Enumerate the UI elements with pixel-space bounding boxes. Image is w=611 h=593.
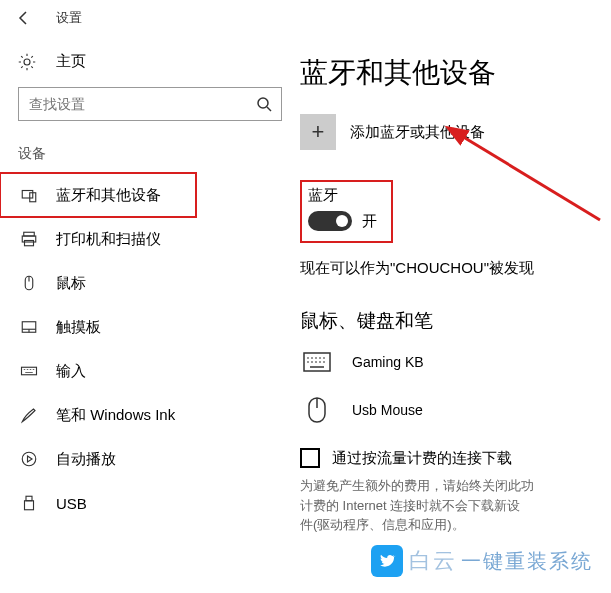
devices-icon (18, 186, 40, 204)
svg-point-18 (22, 452, 36, 466)
sidebar-item-autoplay[interactable]: 自动播放 (0, 437, 300, 481)
watermark: 白云 一键重装系统 (371, 545, 593, 577)
search-input[interactable] (18, 87, 282, 121)
home-label: 主页 (56, 52, 86, 71)
bluetooth-label: 蓝牙 (308, 186, 377, 205)
sidebar-item-label: 输入 (56, 362, 86, 381)
toggle-state: 开 (362, 212, 377, 231)
device-name: Gaming KB (352, 354, 424, 370)
sidebar-item-usb[interactable]: USB (0, 481, 300, 525)
svg-rect-12 (22, 367, 37, 375)
page-title: 蓝牙和其他设备 (300, 54, 611, 92)
svg-line-1 (267, 107, 271, 111)
svg-point-0 (258, 98, 268, 108)
sidebar-item-label: 自动播放 (56, 450, 116, 469)
pen-icon (18, 406, 40, 424)
plus-icon: + (300, 114, 336, 150)
autoplay-icon (18, 450, 40, 468)
back-icon[interactable] (16, 10, 32, 26)
sidebar-item-pen[interactable]: 笔和 Windows Ink (0, 393, 300, 437)
sidebar-item-label: 蓝牙和其他设备 (56, 186, 161, 205)
search-icon (256, 96, 272, 112)
metered-description: 为避免产生额外的费用，请始终关闭此功 计费的 Internet 连接时就不会下载… (300, 476, 611, 535)
sidebar-item-label: 笔和 Windows Ink (56, 406, 175, 425)
mouse-icon (18, 274, 40, 292)
sidebar-item-label: 鼠标 (56, 274, 86, 293)
usb-icon (18, 494, 40, 512)
sidebar-item-label: USB (56, 495, 87, 512)
gear-icon (18, 53, 40, 71)
svg-rect-2 (22, 191, 33, 199)
sidebar-item-bluetooth[interactable]: 蓝牙和其他设备 (0, 173, 196, 217)
mouse-icon (300, 396, 334, 424)
keyboard-icon (18, 362, 40, 380)
device-item-keyboard[interactable]: Gaming KB (300, 352, 611, 372)
peripherals-title: 鼠标、键盘和笔 (300, 308, 611, 334)
svg-rect-6 (25, 241, 34, 246)
device-name: Usb Mouse (352, 402, 423, 418)
sidebar-item-label: 触摸板 (56, 318, 101, 337)
sidebar: 主页 设备 蓝牙和其他设备 打印机和扫描仪 鼠标 (0, 36, 300, 593)
sidebar-item-label: 打印机和扫描仪 (56, 230, 161, 249)
metered-label: 通过按流量计费的连接下载 (332, 449, 512, 468)
svg-rect-19 (26, 496, 32, 501)
bluetooth-toggle[interactable] (308, 211, 352, 231)
main-content: 蓝牙和其他设备 + 添加蓝牙或其他设备 蓝牙 开 现在可以作为"CHOUCHOU… (300, 36, 611, 593)
app-title: 设置 (56, 9, 82, 27)
keyboard-icon (300, 352, 334, 372)
bird-icon (371, 545, 403, 577)
sidebar-item-typing[interactable]: 输入 (0, 349, 300, 393)
svg-rect-20 (25, 501, 34, 510)
sidebar-item-touchpad[interactable]: 触摸板 (0, 305, 300, 349)
add-device-button[interactable]: + 添加蓝牙或其他设备 (300, 114, 611, 150)
add-device-label: 添加蓝牙或其他设备 (350, 123, 485, 142)
sidebar-item-printers[interactable]: 打印机和扫描仪 (0, 217, 300, 261)
device-item-mouse[interactable]: Usb Mouse (300, 396, 611, 424)
printer-icon (18, 230, 40, 248)
home-button[interactable]: 主页 (0, 44, 300, 87)
section-header: 设备 (0, 145, 300, 173)
metered-checkbox[interactable] (300, 448, 320, 468)
discoverable-text: 现在可以作为"CHOUCHOU"被发现 (300, 259, 611, 278)
touchpad-icon (18, 318, 40, 336)
sidebar-item-mouse[interactable]: 鼠标 (0, 261, 300, 305)
